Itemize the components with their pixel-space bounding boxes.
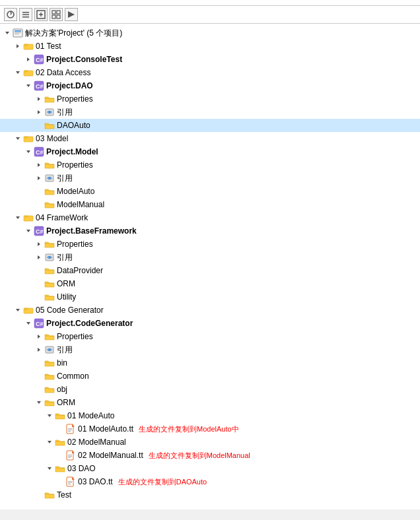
- expander-fw-properties[interactable]: [34, 240, 44, 249]
- tree-item-orm-02modelmanual-tt[interactable]: 02 ModelManual.tt生成的文件复制到ModelManual: [0, 449, 420, 462]
- annotation-orm-03dao-tt: 生成的文件复制到DAOAuto: [118, 477, 207, 487]
- toolbar: [0, 6, 420, 24]
- item-label-orm-02modelmanual-tt: 02 ModelManual.tt: [78, 451, 143, 460]
- expander-orm-01modeauto[interactable]: [45, 411, 54, 420]
- tree-item-02dataaccess[interactable]: 02 Data Access: [0, 66, 420, 79]
- expander-model-ref[interactable]: [34, 174, 44, 183]
- icon-folder-closed: [23, 133, 34, 144]
- svg-rect-39: [68, 431, 71, 432]
- tree-item-cg-ref[interactable]: 引用: [0, 343, 420, 356]
- toolbar-btn-1[interactable]: [4, 8, 17, 21]
- tree-item-dao-ref[interactable]: 引用: [0, 106, 420, 119]
- expander-dao-properties[interactable]: [34, 94, 44, 104]
- tree-item-cg-bin[interactable]: bin: [0, 356, 420, 370]
- expander-dao-ref[interactable]: [34, 108, 44, 117]
- tree-item-01test[interactable]: 01 Test: [0, 40, 420, 53]
- svg-rect-45: [68, 481, 72, 482]
- icon-project: C#: [34, 226, 44, 236]
- tree-item-orm-02modelmanual[interactable]: 02 ModelManual: [0, 436, 420, 449]
- expander-projectcodegen[interactable]: [24, 319, 33, 328]
- tree-item-fw-orm[interactable]: ORM: [0, 277, 420, 290]
- tree-item-solution[interactable]: 解决方案'Project' (5 个项目): [0, 26, 420, 40]
- expander-cg-ref[interactable]: [34, 345, 44, 354]
- svg-rect-8: [57, 15, 60, 18]
- tree-item-modelmanual[interactable]: ModelManual: [0, 198, 420, 211]
- item-label-fw-ref: 引用: [57, 252, 73, 263]
- annotation-orm-02modelmanual-tt: 生成的文件复制到ModelManual: [149, 451, 250, 461]
- icon-folder-open: [44, 278, 55, 289]
- tree-item-fw-properties[interactable]: Properties: [0, 238, 420, 251]
- svg-text:C#: C#: [36, 321, 44, 327]
- expander-fw-ref[interactable]: [34, 253, 44, 262]
- svg-rect-12: [15, 34, 19, 34]
- tree-item-model-properties[interactable]: Properties: [0, 158, 420, 172]
- tree-item-projectmodel[interactable]: C# Project.Model: [0, 145, 420, 158]
- tree-item-cg-test[interactable]: Test: [0, 488, 420, 502]
- icon-folder-open: [44, 490, 55, 500]
- tree-item-fw-dataprovider[interactable]: DataProvider: [0, 264, 420, 277]
- toolbar-btn-5[interactable]: [65, 8, 78, 21]
- expander-orm-02modelmanual[interactable]: [45, 438, 54, 447]
- annotation-orm-01modelauto-tt: 生成的文件复制到ModelAuto中: [139, 424, 239, 434]
- item-label-solution: 解决方案'Project' (5 个项目): [25, 28, 122, 39]
- expander-01test[interactable]: [13, 42, 22, 51]
- icon-folder-open: [55, 437, 65, 447]
- icon-folder-open: [55, 410, 65, 421]
- tree-item-projectdao[interactable]: C# Project.DAO: [0, 79, 420, 92]
- expander-orm-03dao[interactable]: [45, 464, 54, 473]
- svg-rect-5: [52, 11, 55, 14]
- explorer-panel[interactable]: 解决方案'Project' (5 个项目) 01 Test C# Project…: [0, 24, 420, 509]
- icon-folder-closed: [23, 67, 34, 78]
- expander-projectbasefw[interactable]: [24, 226, 33, 236]
- tree-item-cg-properties[interactable]: Properties: [0, 330, 420, 343]
- tree-item-05codegen[interactable]: 05 Code Generator: [0, 304, 420, 317]
- tree-item-projectconsoletest[interactable]: C# Project.ConsoleTest: [0, 53, 420, 66]
- expander-projectmodel[interactable]: [24, 147, 33, 156]
- tree-item-cg-common[interactable]: Common: [0, 370, 420, 383]
- tree-item-daoauto[interactable]: DAOAuto: [0, 119, 420, 132]
- item-label-orm-02modelmanual: 02 ModelManual: [67, 438, 126, 447]
- item-label-fw-properties: Properties: [57, 240, 93, 249]
- icon-folder-open: [44, 265, 55, 276]
- icon-tt-file: [65, 424, 76, 434]
- toolbar-btn-2[interactable]: [19, 8, 32, 21]
- tree-item-fw-utility[interactable]: Utility: [0, 290, 420, 304]
- tree-item-orm-03dao[interactable]: 03 DAO: [0, 462, 420, 475]
- item-label-04framework: 04 FrameWork: [36, 213, 88, 222]
- expander-04framework[interactable]: [13, 213, 22, 222]
- tree-item-cg-orm[interactable]: ORM: [0, 396, 420, 409]
- item-label-fw-dataprovider: DataProvider: [57, 266, 103, 275]
- tree-item-cg-obj[interactable]: obj: [0, 383, 420, 396]
- item-label-projectconsoletest: Project.ConsoleTest: [46, 55, 122, 64]
- tree-item-orm-01modeauto[interactable]: 01 ModeAuto: [0, 409, 420, 422]
- expander-cg-orm[interactable]: [34, 398, 44, 407]
- item-label-cg-obj: obj: [57, 385, 67, 394]
- tree-item-fw-ref[interactable]: 引用: [0, 251, 420, 264]
- toolbar-btn-4[interactable]: [50, 8, 63, 21]
- expander-solution[interactable]: [3, 28, 12, 38]
- tree-item-orm-03dao-tt[interactable]: 03 DAO.tt生成的文件复制到DAOAuto: [0, 475, 420, 488]
- svg-text:C#: C#: [36, 57, 44, 63]
- icon-folder-closed: [23, 305, 34, 315]
- expander-02dataaccess[interactable]: [13, 68, 22, 77]
- expander-cg-properties[interactable]: [34, 332, 44, 341]
- expander-model-properties[interactable]: [34, 160, 44, 170]
- tree-item-03model[interactable]: 03 Model: [0, 132, 420, 145]
- svg-rect-41: [68, 455, 72, 455]
- expander-03model[interactable]: [13, 134, 22, 143]
- tree-item-04framework[interactable]: 04 FrameWork: [0, 211, 420, 224]
- tree-item-projectbasefw[interactable]: C# Project.BaseFramework: [0, 224, 420, 238]
- tree-item-projectcodegen[interactable]: C# Project.CodeGenerator: [0, 317, 420, 330]
- tree-item-dao-properties[interactable]: Properties: [0, 92, 420, 106]
- tree-item-orm-01modelauto-tt[interactable]: 01 ModelAuto.tt生成的文件复制到ModelAuto中: [0, 422, 420, 436]
- tree-item-model-ref[interactable]: 引用: [0, 172, 420, 185]
- expander-projectdao[interactable]: [24, 81, 33, 90]
- toolbar-btn-3[interactable]: [34, 8, 48, 21]
- item-label-daoauto: DAOAuto: [57, 121, 90, 130]
- expander-05codegen[interactable]: [13, 306, 22, 315]
- tree-item-modelauto[interactable]: ModelAuto: [0, 185, 420, 198]
- item-label-dao-properties: Properties: [57, 94, 93, 104]
- svg-rect-38: [68, 430, 72, 430]
- expander-projectconsoletest[interactable]: [24, 55, 33, 64]
- icon-project: C#: [34, 146, 44, 157]
